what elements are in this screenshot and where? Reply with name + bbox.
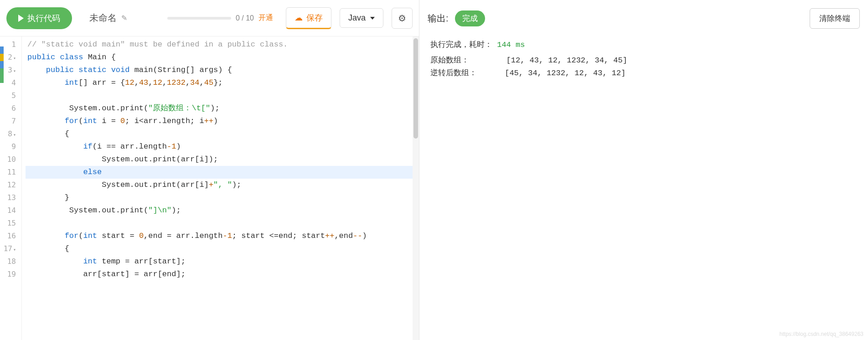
line-number[interactable]: 16 xyxy=(0,230,16,242)
code-line[interactable]: arr[start] = arr[end]; xyxy=(26,268,419,281)
code-line[interactable]: { xyxy=(26,128,419,140)
code-line[interactable]: { xyxy=(26,242,419,255)
code-line[interactable]: System.out.print("原始数组：\t["); xyxy=(26,102,419,115)
code-line[interactable]: if(i == arr.length-1) xyxy=(26,140,419,153)
code-line[interactable]: System.out.print(arr[i]+", "); xyxy=(26,179,419,191)
play-icon xyxy=(18,15,24,22)
output-panel: 输出: 完成 清除终端 执行完成，耗时： 144 ms 原始数组： [12, 4… xyxy=(419,0,868,340)
code-line[interactable]: // "static void main" must be defined in… xyxy=(26,38,419,51)
code-editor[interactable]: 12345678910111213141516171819 // "static… xyxy=(0,36,419,340)
line-number[interactable]: 9 xyxy=(0,140,16,153)
exec-status: 执行完成，耗时： 144 ms xyxy=(430,39,857,50)
save-label: 保存 xyxy=(306,12,323,23)
run-label: 执行代码 xyxy=(27,13,60,24)
cloud-upload-icon: ☁ xyxy=(294,13,303,23)
code-line[interactable]: } xyxy=(26,191,419,204)
exec-prefix: 执行完成，耗时： xyxy=(430,41,492,49)
editor-panel: 执行代码 未命名 ✎ 0 / 10 开通 ☁ 保存 Java ⚙ 1234567… xyxy=(0,0,419,340)
line-number[interactable]: 11 xyxy=(0,166,16,179)
code-line[interactable]: for(int start = 0,end = arr.length-1; st… xyxy=(26,230,419,242)
code-line[interactable]: for(int i = 0; i<arr.length; i++) xyxy=(26,115,419,128)
output-line: 逆转后数组： [45, 34, 1232, 12, 43, 12] xyxy=(430,67,857,80)
clear-terminal-button[interactable]: 清除终端 xyxy=(810,8,860,29)
line-number[interactable]: 14 xyxy=(0,204,16,217)
line-number[interactable]: 12 xyxy=(0,179,16,191)
progress-text: 0 / 10 xyxy=(236,14,254,22)
line-number[interactable]: 8 xyxy=(0,128,16,140)
line-number[interactable]: 5 xyxy=(0,89,16,102)
code-line[interactable]: System.out.print(arr[i]); xyxy=(26,153,419,166)
toolbar: 执行代码 未命名 ✎ 0 / 10 开通 ☁ 保存 Java ⚙ xyxy=(0,0,419,36)
line-number[interactable]: 6 xyxy=(0,102,16,115)
line-number[interactable]: 10 xyxy=(0,153,16,166)
caret-down-icon xyxy=(370,17,375,20)
progress: 0 / 10 开通 xyxy=(167,13,273,23)
line-number[interactable]: 7 xyxy=(0,115,16,128)
language-select[interactable]: Java xyxy=(340,8,383,28)
output-line: 原始数组： [12, 43, 12, 1232, 34, 45] xyxy=(430,54,857,67)
output-header: 输出: 完成 清除终端 xyxy=(419,0,868,36)
status-badge: 完成 xyxy=(455,10,485,26)
settings-button[interactable]: ⚙ xyxy=(392,8,413,29)
run-button[interactable]: 执行代码 xyxy=(6,7,72,29)
code-line[interactable]: public class Main { xyxy=(26,51,419,64)
code-line[interactable]: int[] arr = {12,43,12,1232,34,45}; xyxy=(26,77,419,89)
exec-time: 144 ms xyxy=(497,41,525,49)
line-number[interactable]: 19 xyxy=(0,268,16,281)
code-area[interactable]: // "static void main" must be defined in… xyxy=(22,36,419,340)
minimap-strip xyxy=(0,46,4,83)
line-number[interactable]: 13 xyxy=(0,191,16,204)
gear-icon: ⚙ xyxy=(398,13,406,24)
output-body: 执行完成，耗时： 144 ms 原始数组： [12, 43, 12, 1232,… xyxy=(419,36,868,340)
code-line[interactable]: public static void main(String[] args) { xyxy=(26,64,419,77)
line-number[interactable]: 15 xyxy=(0,217,16,230)
watermark: https://blog.csdn.net/qq_38649263 xyxy=(780,331,863,337)
filename-text: 未命名 xyxy=(89,12,117,24)
code-line[interactable]: int temp = arr[start]; xyxy=(26,255,419,268)
scrollbar-thumb[interactable] xyxy=(413,38,418,139)
scrollbar-track[interactable] xyxy=(413,36,419,340)
output-title: 输出: xyxy=(428,12,449,25)
language-label: Java xyxy=(348,13,366,23)
code-line[interactable] xyxy=(26,217,419,230)
code-line[interactable]: else xyxy=(26,166,419,179)
filename[interactable]: 未命名 ✎ xyxy=(89,12,127,24)
save-button[interactable]: ☁ 保存 xyxy=(286,7,331,29)
progress-link[interactable]: 开通 xyxy=(258,13,273,23)
line-number[interactable]: 18 xyxy=(0,255,16,268)
line-number[interactable]: 17 xyxy=(0,242,16,255)
code-line[interactable]: System.out.print("]\n"); xyxy=(26,204,419,217)
progress-bar xyxy=(167,17,231,20)
pencil-icon[interactable]: ✎ xyxy=(121,14,127,22)
code-line[interactable] xyxy=(26,89,419,102)
